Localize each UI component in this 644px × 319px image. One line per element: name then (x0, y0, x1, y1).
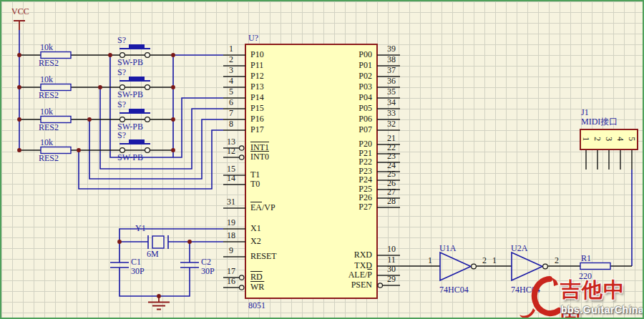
inverter-symbol[interactable] (440, 252, 471, 280)
resistor-value: 10k (40, 75, 53, 84)
pin-name: P05 (309, 104, 372, 113)
pin-number: 28 (381, 197, 402, 206)
pin-number: 27 (381, 187, 402, 197)
watermark-logo (518, 273, 562, 319)
active-low-bubble (240, 285, 244, 290)
junction-dot (117, 240, 122, 244)
pin-name: P11 (250, 61, 263, 70)
pin-name: P12 (250, 72, 264, 81)
junction-dot (171, 148, 175, 152)
pin-number: 14 (219, 174, 243, 183)
cap1-designator: C1 (131, 257, 141, 267)
inverter-bubble (543, 264, 548, 269)
resistor-value: 10k (40, 43, 53, 52)
pin-number: 30 (381, 265, 402, 274)
inverter1-part: 74HC04 (439, 285, 469, 295)
mcu-part-label: 8051 (248, 301, 265, 310)
pin-number: 8 (219, 119, 243, 129)
active-low-bubble (240, 155, 244, 160)
cap1-value: 30P (131, 267, 145, 276)
junction-dot (17, 148, 21, 152)
pin-number: 10 (381, 245, 402, 254)
pin-number: 29 (381, 275, 402, 284)
pin-number: 18 (219, 231, 243, 240)
pin-name: P07 (309, 125, 372, 134)
r1-designator: R1 (581, 254, 591, 263)
switch-designator: S? (117, 68, 126, 77)
switch-designator: S? (117, 100, 126, 109)
pin-number: 5 (219, 87, 243, 97)
pin-name: P22 (309, 157, 372, 167)
pin-number: 6 (219, 98, 243, 107)
pushbutton-cap[interactable] (129, 44, 145, 49)
pin-number: 23 (381, 152, 402, 161)
vcc-symbol (14, 21, 25, 30)
pin-name: P20 (309, 139, 372, 149)
junction-dot (171, 85, 175, 89)
pin-number: 7 (219, 109, 243, 118)
pin-name: X1 (250, 224, 261, 233)
junction-dot (77, 148, 81, 152)
pushbutton-cap[interactable] (129, 139, 145, 144)
series-resistor-symbol[interactable] (580, 263, 610, 270)
pushbutton-contact (145, 148, 150, 153)
crystal-symbol[interactable] (152, 236, 164, 248)
pin-name: P14 (250, 93, 264, 102)
junction-dot (98, 85, 102, 89)
pin-number: 2 (219, 55, 243, 64)
pushbutton-contact (145, 53, 150, 58)
pushbutton-cap[interactable] (129, 77, 145, 81)
switch-designator: S? (117, 36, 126, 45)
pin-name: P16 (250, 114, 264, 124)
pin-name: INT1 (250, 143, 269, 152)
pin-number: 1 (219, 44, 243, 54)
pin-number: 3 (219, 66, 243, 75)
pin-name: EA/VP (250, 203, 275, 212)
pushbutton-contact (145, 117, 150, 122)
pin-name: P06 (309, 114, 372, 124)
connector-pin-number: 3 (605, 134, 614, 144)
pin-name: WR (250, 283, 264, 292)
active-low-bubble (378, 283, 382, 288)
inverter2-input-pin-number: 1 (492, 256, 497, 265)
inverter1-input-pin-number: 1 (428, 256, 432, 265)
pushbutton-contact (145, 85, 150, 90)
pin-name: T0 (250, 180, 260, 189)
pushbutton-cap[interactable] (129, 109, 145, 113)
pin-number: 21 (381, 134, 402, 143)
junction-dot (17, 117, 21, 122)
pin-name: P10 (250, 50, 264, 59)
pin-number: 25 (381, 170, 402, 179)
switch-type: SW-PB (117, 58, 143, 67)
watermark-site-url: bbs.GuitarChina.com (561, 304, 644, 315)
inverter2-output-pin-number: 2 (555, 256, 559, 265)
pin-number: 36 (381, 77, 402, 86)
pin-name: P04 (309, 93, 372, 102)
connector-pin-number: 5 (628, 134, 637, 144)
vcc-label: VCC (11, 7, 29, 16)
pin-number: 19 (219, 218, 243, 227)
inverter-bubble (472, 264, 477, 269)
pin-number: 34 (381, 98, 402, 107)
pin-name: P00 (309, 50, 372, 59)
pin-name: P17 (250, 125, 264, 134)
pin-name: X2 (250, 237, 261, 246)
switch-designator: S? (117, 131, 126, 140)
resistor-value: 10k (40, 138, 53, 147)
pin-number: 35 (381, 87, 402, 97)
cap2-designator: C2 (201, 257, 211, 267)
junction-dot (171, 117, 175, 122)
switch-type: SW-PB (117, 90, 143, 99)
junction-dot (17, 53, 21, 57)
pin-name: P24 (309, 175, 372, 185)
pin-name: P03 (309, 82, 372, 92)
pin-number: 12 (219, 147, 243, 156)
pin-number: 33 (381, 109, 402, 118)
schematic-sheet: VCC U? 8051 Y1 6M C1 30P C2 30P U1A 74HC… (0, 0, 644, 319)
pin-name: P26 (309, 193, 372, 202)
pin-number: 38 (381, 55, 402, 64)
junction-dot (187, 240, 192, 244)
junction-dot (87, 117, 92, 122)
inverter2-designator: U2A (511, 244, 527, 253)
pin-number: 15 (219, 165, 243, 174)
